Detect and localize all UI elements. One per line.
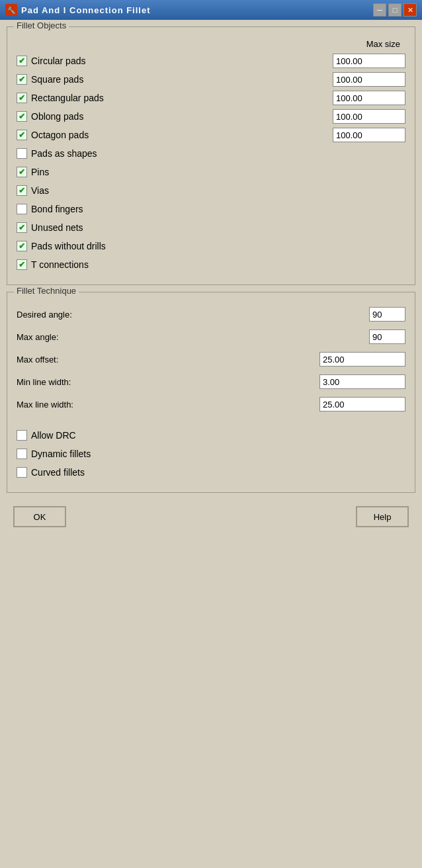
row-min-line-width: Min line width: [17, 373, 405, 390]
fillet-technique-group: Fillet Technique Desired angle: Max angl… [7, 292, 415, 493]
input-circular-pads[interactable] [333, 54, 405, 68]
help-button[interactable]: Help [356, 506, 409, 527]
title-bar: 🔧 Pad And I Connection Fillet ─ □ ✕ [0, 0, 422, 20]
row-unused-nets: ✔ Unused nets [17, 220, 405, 236]
label-max-offset: Max offset: [17, 355, 58, 365]
row-bond-fingers: Bond fingers [17, 201, 405, 217]
row-max-angle: Max angle: [17, 328, 405, 345]
row-pads-as-shapes: Pads as shapes [17, 146, 405, 161]
label-square-pads: Square pads [31, 74, 83, 85]
max-size-header: Max size [366, 39, 400, 49]
label-t-connections: T connections [31, 259, 89, 270]
checkbox-oblong-pads[interactable]: ✔ [17, 111, 27, 122]
label-pads-without-drills: Pads without drills [31, 241, 106, 251]
label-min-line-width: Min line width: [17, 377, 71, 387]
input-max-angle[interactable] [369, 329, 405, 344]
label-max-line-width: Max line width: [17, 400, 73, 410]
input-min-line-width[interactable] [319, 374, 405, 389]
label-oblong-pads: Oblong pads [31, 111, 83, 122]
row-square-pads: ✔ Square pads [17, 71, 405, 87]
minimize-button[interactable]: ─ [373, 3, 386, 17]
label-vias: Vias [31, 185, 49, 196]
fillet-technique-label: Fillet Technique [14, 286, 79, 296]
label-bond-fingers: Bond fingers [31, 204, 83, 214]
row-max-line-width: Max line width: [17, 396, 405, 413]
row-pads-without-drills: ✔ Pads without drills [17, 238, 405, 254]
checkbox-bond-fingers[interactable] [17, 204, 27, 214]
checkbox-dynamic-fillets[interactable] [17, 449, 27, 459]
label-circular-pads: Circular pads [31, 56, 85, 66]
close-button[interactable]: ✕ [403, 3, 417, 17]
checkbox-vias[interactable]: ✔ [17, 185, 27, 196]
input-oblong-pads[interactable] [333, 109, 405, 124]
label-desired-angle: Desired angle: [17, 310, 72, 320]
checkbox-square-pads[interactable]: ✔ [17, 74, 27, 85]
label-unused-nets: Unused nets [31, 222, 83, 233]
label-octagon-pads: Octagon pads [31, 130, 89, 140]
input-square-pads[interactable] [333, 72, 405, 87]
label-max-angle: Max angle: [17, 332, 59, 342]
ok-button[interactable]: OK [13, 506, 66, 527]
row-circular-pads: ✔ Circular pads [17, 53, 405, 69]
row-vias: ✔ Vias [17, 183, 405, 198]
row-pins: ✔ Pins [17, 164, 405, 180]
input-desired-angle[interactable] [369, 307, 405, 322]
row-max-offset: Max offset: [17, 351, 405, 368]
row-octagon-pads: ✔ Octagon pads [17, 127, 405, 143]
checkbox-curved-fillets[interactable] [17, 467, 27, 478]
checkbox-circular-pads[interactable]: ✔ [17, 56, 27, 66]
row-t-connections: ✔ T connections [17, 257, 405, 273]
fillet-objects-label: Fillet Objects [14, 21, 69, 30]
maximize-button[interactable]: □ [388, 3, 401, 17]
row-rectangular-pads: ✔ Rectangular pads [17, 90, 405, 106]
label-allow-drc: Allow DRC [31, 430, 76, 441]
input-max-line-width[interactable] [319, 397, 405, 412]
row-desired-angle: Desired angle: [17, 306, 405, 323]
row-oblong-pads: ✔ Oblong pads [17, 108, 405, 124]
checkbox-pads-as-shapes[interactable] [17, 148, 27, 159]
label-pads-as-shapes: Pads as shapes [31, 148, 97, 159]
checkbox-allow-drc[interactable] [17, 430, 27, 441]
row-allow-drc: Allow DRC [17, 427, 405, 443]
label-dynamic-fillets: Dynamic fillets [31, 449, 91, 459]
row-curved-fillets: Curved fillets [17, 464, 405, 480]
checkbox-pins[interactable]: ✔ [17, 167, 27, 177]
input-rectangular-pads[interactable] [333, 91, 405, 105]
checkbox-pads-without-drills[interactable]: ✔ [17, 241, 27, 251]
checkbox-t-connections[interactable]: ✔ [17, 259, 27, 270]
checkbox-unused-nets[interactable]: ✔ [17, 222, 27, 233]
label-pins: Pins [31, 167, 49, 177]
label-curved-fillets: Curved fillets [31, 467, 85, 478]
checkbox-rectangular-pads[interactable]: ✔ [17, 93, 27, 103]
input-octagon-pads[interactable] [333, 128, 405, 142]
window-title: Pad And I Connection Fillet [21, 5, 151, 15]
row-dynamic-fillets: Dynamic fillets [17, 446, 405, 462]
label-rectangular-pads: Rectangular pads [31, 93, 104, 103]
checkbox-octagon-pads[interactable]: ✔ [17, 130, 27, 140]
fillet-objects-group: Fillet Objects Max size ✔ Circular pads … [7, 26, 415, 285]
input-max-offset[interactable] [319, 352, 405, 367]
app-icon: 🔧 [5, 4, 17, 16]
